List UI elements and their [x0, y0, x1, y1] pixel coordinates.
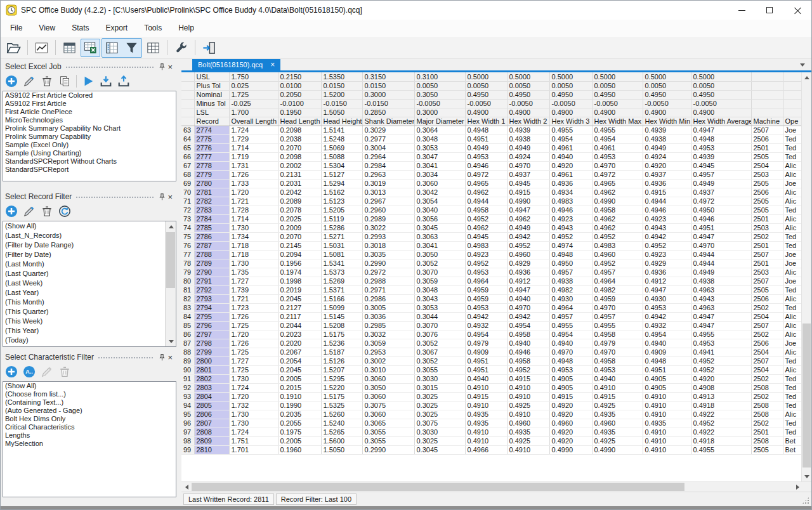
row-header-cell[interactable] [181, 72, 194, 81]
value-cell[interactable]: 0.2009 [278, 223, 321, 232]
value-cell[interactable]: 0.4953 [691, 339, 751, 348]
value-cell[interactable]: 1.5248 [321, 134, 362, 143]
value-cell[interactable]: 0.4941 [691, 348, 751, 356]
resize-grip[interactable] [802, 497, 809, 504]
record-cell[interactable]: 2782 [194, 197, 229, 206]
record-cell[interactable]: 2776 [194, 143, 229, 152]
tolerance-value-cell[interactable]: 0.3150 [362, 72, 414, 81]
value-cell[interactable]: 0.2042 [278, 188, 321, 197]
list-item[interactable]: MicroTechnologies [3, 116, 176, 124]
value-cell[interactable]: 0.4970 [592, 303, 643, 312]
tolerance-value-cell[interactable]: 0.5000 [549, 72, 592, 81]
value-cell[interactable]: 0.4972 [691, 197, 751, 206]
table-row[interactable]: 9328041.7200.19101.51750.30600.30250.491… [181, 392, 802, 401]
value-cell[interactable]: 0.2990 [362, 445, 414, 454]
operator-cell[interactable]: Ted [783, 206, 802, 214]
operator-cell[interactable]: Alic [783, 223, 802, 232]
list-item[interactable]: MySelection [3, 440, 176, 448]
tolerance-label-cell[interactable]: LSL [194, 108, 229, 117]
value-cell[interactable]: 0.3002 [362, 356, 414, 365]
record-cell[interactable]: 2785 [194, 223, 229, 232]
tolerance-value-cell[interactable] [783, 81, 802, 90]
value-cell[interactable]: 0.4938 [691, 277, 751, 285]
row-number-cell[interactable]: 95 [181, 410, 194, 419]
value-cell[interactable]: 0.4959 [592, 294, 643, 303]
table-row[interactable]: 7827891.7300.19561.53410.29900.30520.495… [181, 259, 802, 268]
value-cell[interactable]: 0.4910 [507, 445, 549, 454]
tolerance-value-cell[interactable]: 0.4900 [549, 108, 592, 117]
value-cell[interactable]: 0.4948 [549, 250, 592, 259]
tab-list-dropdown[interactable] [794, 59, 811, 70]
operator-cell[interactable]: Joe [783, 179, 802, 188]
reset-record-filter-button[interactable] [58, 205, 71, 218]
row-number-cell[interactable]: 94 [181, 401, 194, 410]
value-cell[interactable]: 0.4953 [592, 365, 643, 374]
tolerance-value-cell[interactable]: 1.750 [229, 72, 278, 81]
machine-cell[interactable]: 2501 [751, 259, 783, 268]
tolerance-value-cell[interactable]: -0.0150 [321, 99, 362, 108]
list-item[interactable]: (Last_N_Records) [3, 231, 176, 240]
value-cell[interactable]: 1.730 [229, 410, 278, 419]
tolerance-value-cell[interactable]: 1.700 [229, 108, 278, 117]
value-cell[interactable]: 0.4955 [592, 321, 643, 330]
table-row[interactable]: 7027811.7200.20421.51620.30130.30420.496… [181, 188, 802, 197]
report-grid-button[interactable] [60, 39, 79, 57]
value-cell[interactable]: 0.2960 [362, 206, 414, 214]
machine-cell[interactable]: 2507 [751, 250, 783, 259]
value-cell[interactable]: 0.3045 [414, 445, 465, 454]
list-item[interactable]: (This Year) [3, 326, 176, 336]
value-cell[interactable]: 0.4910 [643, 436, 691, 445]
scroll-thumb[interactable] [192, 483, 684, 491]
tolerance-label-cell[interactable]: Minus Tol [194, 99, 229, 108]
value-cell[interactable]: 0.4947 [507, 285, 549, 294]
value-cell[interactable]: 0.4990 [592, 197, 643, 206]
value-cell[interactable]: 0.4953 [592, 152, 643, 161]
value-cell[interactable]: 0.4934 [549, 188, 592, 197]
record-cell[interactable]: 2793 [194, 294, 229, 303]
column-header-cell[interactable]: Machine [751, 117, 783, 126]
value-cell[interactable]: 0.3054 [414, 197, 465, 206]
value-cell[interactable]: 0.4970 [592, 348, 643, 356]
machine-cell[interactable]: 2507 [751, 356, 783, 365]
value-cell[interactable]: 1.5126 [321, 356, 362, 365]
row-number-cell[interactable]: 72 [181, 206, 194, 214]
record-cell[interactable]: 2796 [194, 321, 229, 330]
machine-cell[interactable]: 2501 [751, 428, 783, 436]
value-cell[interactable]: 1.5205 [321, 206, 362, 214]
table-row[interactable]: 8127921.7390.20191.53710.29710.30480.495… [181, 285, 802, 294]
operator-cell[interactable]: Alic [783, 330, 802, 339]
table-row[interactable]: 7527861.7340.20701.52710.29930.30630.494… [181, 232, 802, 241]
list-item[interactable]: (Last Quarter) [3, 269, 176, 278]
value-cell[interactable]: 0.3055 [362, 436, 414, 445]
operator-cell[interactable]: Ted [783, 152, 802, 161]
value-cell[interactable]: 1.720 [229, 330, 278, 339]
tolerance-label-cell[interactable]: Nominal [194, 90, 229, 99]
record-cell[interactable]: 2798 [194, 339, 229, 348]
operator-cell[interactable]: Joe [783, 339, 802, 348]
value-cell[interactable]: 1.725 [229, 321, 278, 330]
tolerance-value-cell[interactable]: 0.0050 [643, 81, 691, 90]
value-cell[interactable]: 0.2070 [278, 143, 321, 152]
value-cell[interactable]: 0.4910 [507, 383, 549, 392]
value-cell[interactable]: 0.4935 [507, 428, 549, 436]
value-cell[interactable]: 0.4963 [691, 285, 751, 294]
value-cell[interactable]: 1.5069 [321, 143, 362, 152]
record-cell[interactable]: 2780 [194, 179, 229, 188]
value-cell[interactable]: 0.3059 [362, 339, 414, 348]
value-cell[interactable]: 0.4972 [592, 170, 643, 179]
value-cell[interactable]: 0.3063 [414, 232, 465, 241]
value-cell[interactable]: 0.3048 [414, 134, 465, 143]
operator-cell[interactable]: Joe [783, 126, 802, 134]
value-cell[interactable]: 0.4955 [549, 126, 592, 134]
row-number-cell[interactable]: 82 [181, 294, 194, 303]
row-number-cell[interactable]: 96 [181, 419, 194, 428]
tolerance-value-cell[interactable]: 0.0050 [414, 81, 465, 90]
add-characteristic-filter-button[interactable] [5, 365, 18, 378]
value-cell[interactable]: 0.4924 [507, 152, 549, 161]
table-row[interactable]: 8327941.7230.21271.50990.30050.30530.495… [181, 303, 802, 312]
value-cell[interactable]: 0.3045 [414, 223, 465, 232]
operator-cell[interactable]: Alic [783, 188, 802, 197]
value-cell[interactable]: 0.4910 [465, 428, 507, 436]
value-cell[interactable]: 0.4957 [592, 312, 643, 321]
machine-cell[interactable]: 2507 [751, 321, 783, 330]
